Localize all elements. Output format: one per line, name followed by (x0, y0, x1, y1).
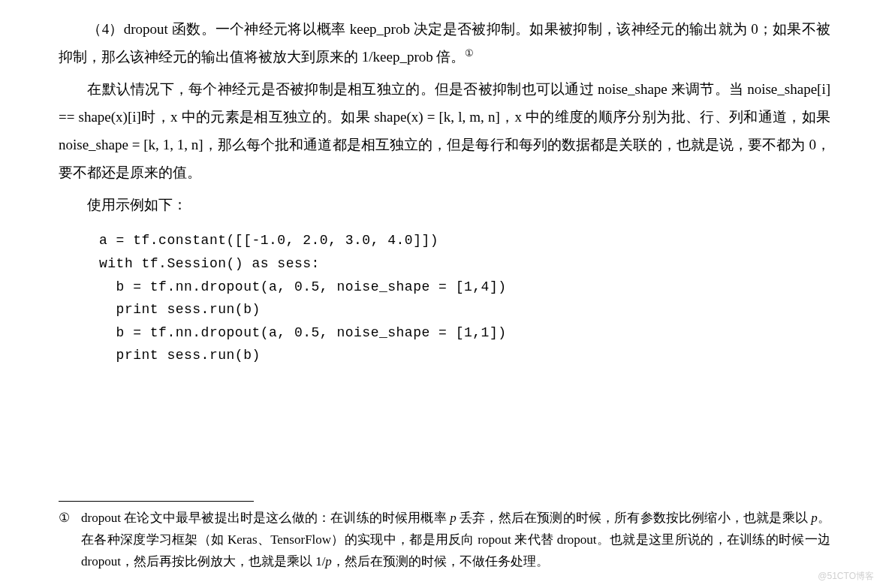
footnote-italic-p-3: p (325, 554, 332, 568)
footnote-italic-p-1: p (450, 511, 457, 525)
footnote-text: dropout 在论文中最早被提出时是这么做的：在训练的时候用概率 p 丢弃，然… (81, 508, 830, 573)
paragraph-1-text: （4）dropout 函数。一个神经元将以概率 keep_prob 决定是否被抑… (59, 21, 830, 65)
footnote-italic-p-2: p (811, 511, 818, 525)
footnote-seg-4: ，然后在预测的时候，不做任务处理。 (332, 554, 549, 568)
code-example: a = tf.constant([[-1.0, 2.0, 3.0, 4.0]])… (99, 229, 830, 367)
footnote-seg-1: dropout 在论文中最早被提出时是这么做的：在训练的时候用概率 (81, 511, 450, 525)
footnote-area: ① dropout 在论文中最早被提出时是这么做的：在训练的时候用概率 p 丢弃… (59, 501, 830, 573)
footnote-separator (59, 501, 254, 502)
paragraph-3: 使用示例如下： (59, 191, 830, 219)
watermark: @51CTO博客 (818, 568, 874, 585)
paragraph-2: 在默认情况下，每个神经元是否被抑制是相互独立的。但是否被抑制也可以通过 nois… (59, 75, 830, 186)
footnote-number: ① (59, 508, 81, 529)
footnote-seg-2: 丢弃，然后在预测的时候，所有参数按比例缩小，也就是乘以 (457, 511, 812, 525)
paragraph-1: （4）dropout 函数。一个神经元将以概率 keep_prob 决定是否被抑… (59, 15, 830, 71)
paragraph-3-text: 使用示例如下： (87, 197, 187, 213)
footnote-row: ① dropout 在论文中最早被提出时是这么做的：在训练的时候用概率 p 丢弃… (59, 508, 830, 573)
paragraph-2-text: 在默认情况下，每个神经元是否被抑制是相互独立的。但是否被抑制也可以通过 nois… (59, 81, 830, 180)
footnote-reference-mark: ① (465, 47, 474, 59)
